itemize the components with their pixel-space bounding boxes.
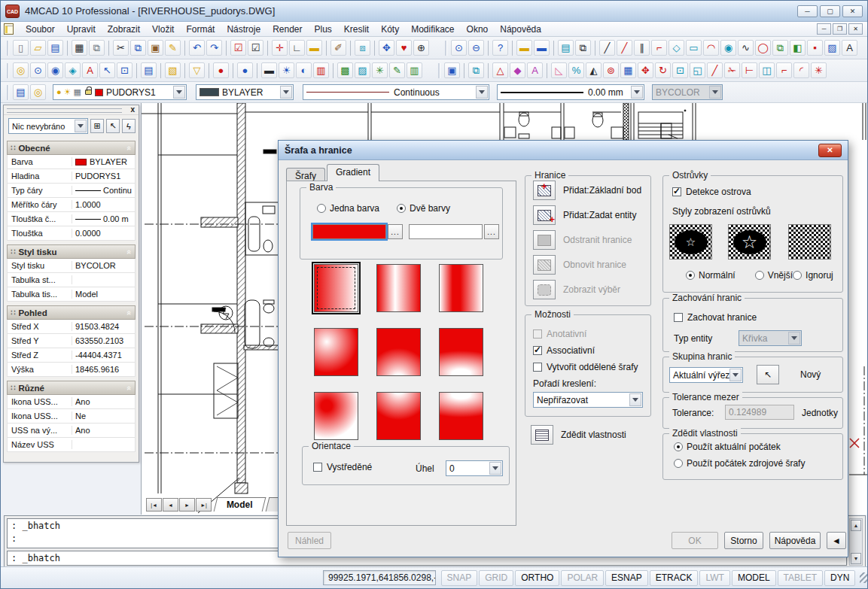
menu-item[interactable]: Soubor: [20, 23, 61, 36]
paste-icon[interactable]: ▣: [148, 40, 163, 56]
toolbar-grip[interactable]: [7, 63, 9, 78]
one-color-radio[interactable]: Jedna barva: [317, 203, 379, 214]
ruler-scale-icon[interactable]: ▬: [516, 40, 532, 56]
mdi-close-button[interactable]: ✕: [848, 23, 863, 35]
hatch-icon[interactable]: ▨: [824, 40, 840, 56]
option-checkbox[interactable]: Associativní: [533, 342, 638, 359]
ucs-icon[interactable]: ∟: [289, 40, 305, 56]
color2-swatch[interactable]: [409, 224, 483, 239]
stretch-icon[interactable]: ◱: [690, 62, 705, 78]
island-style-normal-tile[interactable]: [669, 224, 712, 260]
tab-first-button[interactable]: |◄: [146, 498, 162, 512]
extend-icon[interactable]: ⊢: [742, 62, 757, 78]
tab-previous-button[interactable]: ◄: [163, 498, 178, 512]
boundary-set-dropdown-button[interactable]: [729, 369, 742, 381]
retain-boundaries-checkbox[interactable]: Zachovat hranice: [674, 312, 757, 323]
notes-icon[interactable]: ▤: [558, 40, 574, 56]
sketch-pen-icon[interactable]: ✐: [330, 40, 346, 56]
section-header[interactable]: ∷ Obecné «: [7, 141, 136, 155]
inherit-properties-button[interactable]: [531, 425, 553, 445]
checkbox-icon[interactable]: [533, 346, 542, 355]
palette-grip[interactable]: x: [4, 105, 139, 115]
checkbox-icon[interactable]: [672, 187, 681, 196]
print-preview-icon[interactable]: ⧉: [89, 40, 105, 56]
two-colors-radio[interactable]: Dvě barvy: [397, 203, 450, 214]
light-icon[interactable]: ☀: [279, 62, 294, 78]
point-icon[interactable]: ▪: [807, 40, 823, 56]
checkbox-icon[interactable]: [313, 463, 322, 472]
command-scrollbar[interactable]: ▲ ▼: [849, 518, 863, 566]
cut-icon[interactable]: ✂: [113, 40, 129, 56]
toolbar-grip[interactable]: [7, 41, 9, 56]
lineweight-dropdown-button[interactable]: [631, 86, 643, 99]
property-row[interactable]: Tabulka tis... Model: [7, 287, 136, 302]
erase-icon[interactable]: ◺: [551, 62, 567, 78]
use-source-origin-radio[interactable]: Použít počátek zdrojové šrafy: [674, 458, 805, 469]
dialog-tab[interactable]: Gradient: [327, 164, 379, 181]
remove-boundary-button[interactable]: [533, 230, 556, 250]
copy-object-icon[interactable]: ⧉: [468, 62, 484, 78]
option-checkbox[interactable]: Anotativní: [533, 326, 638, 342]
checkbox-icon[interactable]: [674, 313, 683, 322]
tab-next-button[interactable]: ►: [179, 498, 195, 512]
property-row[interactable]: Styl tisku BYCOLOR: [7, 259, 136, 273]
property-row[interactable]: Střed Z -44404.4371: [7, 348, 136, 363]
zoom-in-icon[interactable]: ⊕: [413, 40, 429, 56]
collapse-chevron-icon[interactable]: «: [125, 249, 134, 254]
property-row[interactable]: USS na vý... Ano: [7, 424, 136, 438]
polyline-icon[interactable]: ⌐: [651, 40, 667, 56]
menu-item[interactable]: Vložit: [146, 23, 180, 36]
ellipse-icon[interactable]: ◯: [755, 40, 771, 56]
scroll-down-icon[interactable]: ▼: [851, 553, 861, 564]
status-toggle[interactable]: ESNAP: [605, 570, 648, 586]
status-toggle[interactable]: ORTHO: [515, 570, 559, 586]
menu-item[interactable]: Kóty: [375, 23, 405, 36]
property-row[interactable]: Barva BYLAYER: [7, 155, 136, 169]
zoom-limits-icon[interactable]: ⊡: [117, 62, 132, 78]
mirror-icon[interactable]: ◭: [586, 62, 602, 78]
property-row[interactable]: Ikona USS... Ano: [7, 395, 136, 409]
linetype-dropdown-button[interactable]: [476, 86, 488, 99]
property-row[interactable]: Typ čáry Continu: [7, 184, 136, 198]
section-header[interactable]: ∷ Pohled «: [7, 305, 136, 320]
zoom-select-icon[interactable]: ↖: [99, 62, 115, 78]
recreate-boundary-button[interactable]: [533, 255, 556, 275]
menu-item[interactable]: Plus: [308, 23, 337, 36]
property-row[interactable]: Střed X 91503.4824: [7, 320, 136, 334]
angle-combo[interactable]: 0: [446, 460, 503, 476]
explode-icon[interactable]: ✳: [811, 62, 827, 78]
mdi-minimize-button[interactable]: ─: [817, 23, 831, 35]
pick-entities-button[interactable]: ↖: [106, 119, 120, 133]
tree-icon[interactable]: ✳: [372, 62, 388, 78]
menu-item[interactable]: Modifikace: [405, 23, 460, 36]
property-row[interactable]: Tabulka st...: [7, 273, 136, 287]
toolbar-grip[interactable]: [7, 85, 9, 100]
resize-grip[interactable]: [860, 572, 867, 583]
zoom-scale-icon[interactable]: ◉: [47, 62, 63, 78]
radio-icon[interactable]: [793, 271, 802, 280]
property-row[interactable]: Tlouštka 0.0000: [7, 226, 136, 241]
use-current-origin-radio[interactable]: Použít aktuální počátek: [674, 442, 781, 452]
close-button[interactable]: ✕: [842, 5, 863, 17]
lengthen-icon[interactable]: ╱: [707, 62, 723, 78]
color1-swatch[interactable]: [312, 224, 386, 239]
tab-last-button[interactable]: ►|: [196, 498, 212, 512]
gradient-tile-curved[interactable]: [439, 328, 483, 376]
property-row[interactable]: Název USS: [7, 438, 136, 452]
menu-item[interactable]: Okno: [461, 23, 495, 36]
array-icon[interactable]: ▦: [620, 62, 636, 78]
radio-icon[interactable]: [674, 459, 683, 468]
draworder-check-icon[interactable]: ☑: [230, 40, 246, 56]
zoom-extents-icon[interactable]: ◎: [13, 62, 29, 78]
maximize-button[interactable]: ▢: [820, 5, 840, 17]
new-file-icon[interactable]: ▯: [13, 40, 29, 56]
menu-item[interactable]: Zobrazit: [102, 23, 146, 36]
arc-icon[interactable]: ◠: [703, 40, 719, 56]
section-header[interactable]: ∷ Styl tisku «: [7, 244, 136, 259]
copy-icon[interactable]: ⧉: [130, 40, 146, 56]
rotate-icon[interactable]: ↻: [655, 62, 671, 78]
status-toggle[interactable]: MODEL: [732, 570, 776, 586]
island-style-ignore-tile[interactable]: [788, 224, 831, 260]
break-icon[interactable]: ◫: [759, 62, 775, 78]
make-block-icon[interactable]: ◧: [790, 40, 806, 56]
